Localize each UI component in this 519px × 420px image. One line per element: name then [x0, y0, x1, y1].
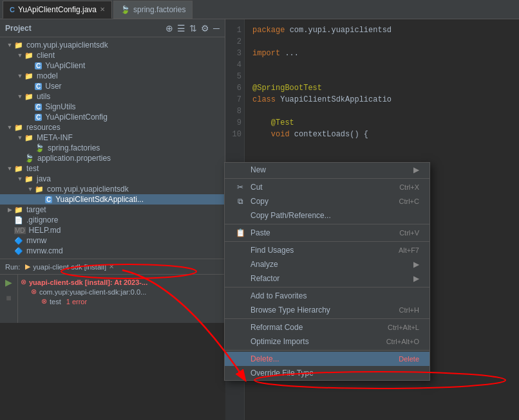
menu-item-new[interactable]: New ▶ [225, 163, 429, 177]
tree-label-app-props: application.properties [37, 154, 111, 163]
menu-sep-5 [225, 318, 429, 319]
tab-java-label: YuApiClientConfig.java [18, 5, 97, 14]
menu-item-refactor[interactable]: Refactor ▶ [225, 271, 429, 286]
tree-item-test[interactable]: ▼ 📁 test [0, 163, 225, 174]
delete-shortcut: Delete [399, 355, 419, 363]
menu-label-cut: Cut [250, 183, 263, 192]
run-item-label-1: yuapi-client-sdk [install]: At 2023-... [29, 278, 147, 286]
tree-item-target[interactable]: ▶ 📁 target [0, 205, 225, 215]
tree-item-java2[interactable]: ▼ 📁 java [0, 174, 225, 184]
project-tree: ▼ 📁 com.yupi.yuapiclientsdk ▼ 📁 client C… [0, 37, 225, 259]
tree-item-user[interactable]: C User [0, 81, 225, 91]
tree-label-user: User [45, 82, 61, 91]
tree-item-yuapiclient[interactable]: C YuApiClient [0, 60, 225, 71]
tree-label-yuapiclientconfig: YuApiClientConfig [45, 113, 108, 122]
copy-icon: ⧉ [235, 197, 245, 206]
run-item-1[interactable]: ⊗ yuapi-client-sdk [install]: At 2023-..… [21, 277, 223, 287]
menu-item-override-filetype[interactable]: Override File Type [225, 366, 429, 380]
analyze-arrow: ▶ [413, 260, 419, 269]
settings-icon[interactable]: ⚙ [201, 23, 209, 33]
run-play-btn[interactable]: ▶ [5, 277, 12, 288]
menu-item-browse-hierarchy[interactable]: Browse Type Hierarchy Ctrl+H [225, 303, 429, 317]
locate-icon[interactable]: ⊕ [165, 23, 173, 33]
tree-item-app-props[interactable]: 🍃 application.properties [0, 153, 225, 163]
tree-label-yuapiclientsdkapp: YuapiClientSdkApplicati... [55, 195, 144, 204]
scroll-icon[interactable]: ☰ [177, 23, 185, 33]
menu-item-copy[interactable]: ⧉ Copy Ctrl+C [225, 194, 429, 208]
project-panel: Project ⊕ ☰ ⇅ ⚙ ─ ▼ 📁 com.yupi.yuapiclie… [0, 19, 225, 259]
tree-label-resources: resources [26, 123, 61, 132]
menu-label-copy: Copy [250, 197, 269, 206]
tree-label-gitignore: .gitignore [26, 215, 58, 224]
cut-shortcut: Ctrl+X [399, 183, 419, 191]
sort-icon[interactable]: ⇅ [189, 23, 197, 33]
minimize-icon[interactable]: ─ [213, 23, 220, 33]
menu-item-reformat[interactable]: Reformat Code Ctrl+Alt+L [225, 320, 429, 334]
folder-icon-meta-inf: 📁 [24, 134, 33, 142]
tree-label-target: target [26, 205, 46, 214]
menu-item-copy-path[interactable]: Copy Path/Reference... [225, 208, 429, 223]
run-tab-name[interactable]: ▶ yuapi-client-sdk [install] ✕ [25, 262, 114, 271]
tree-label-spring-factories: spring.factories [48, 143, 100, 152]
error-icon-3: ⊗ [41, 297, 47, 306]
run-item-2[interactable]: ⊗ com.yupi:yuapi-client-sdk:jar:0.0... [21, 287, 223, 297]
menu-label-delete: Delete... [250, 354, 279, 363]
tree-item-yuapiclientconfig[interactable]: C YuApiClientConfig [0, 112, 225, 122]
panel-header: Project ⊕ ☰ ⇅ ⚙ ─ [0, 19, 225, 37]
arrow-test: ▼ [5, 165, 14, 172]
tree-item-mvnw[interactable]: 🔷 mvnw [0, 235, 225, 246]
code-line-9: @Test [252, 117, 511, 129]
menu-item-paste[interactable]: 📋 Paste Ctrl+V [225, 226, 429, 240]
menu-label-add-favorites: Add to Favorites [250, 291, 307, 300]
arrow-resources: ▼ [5, 124, 14, 131]
mvnwcmd-icon: 🔷 [14, 247, 23, 255]
tree-item-meta-inf[interactable]: ▼ 📁 META-INF [0, 132, 225, 143]
tree-item-model[interactable]: ▼ 📁 model [0, 71, 225, 81]
tab-spring[interactable]: 🍃 spring.factories [113, 1, 193, 19]
run-sidebar: ▶ ■ [0, 275, 18, 323]
code-line-1: package com.yupi.yuapiclientsd [252, 24, 511, 36]
menu-item-find-usages[interactable]: Find Usages Alt+F7 [225, 243, 429, 257]
tree-item-yuapiclientsdkapp[interactable]: C YuapiClientSdkApplicati... [0, 194, 225, 205]
run-tab-name-label: yuapi-client-sdk [install] [33, 263, 106, 271]
menu-label-new: New [250, 165, 266, 174]
menu-item-add-favorites[interactable]: Add to Favorites [225, 289, 429, 303]
props-icon: 🍃 [24, 154, 34, 163]
panel-title: Project [5, 24, 32, 33]
menu-item-optimize-imports[interactable]: Optimize Imports Ctrl+Alt+O [225, 334, 429, 349]
java-icon-signutils: C [35, 104, 42, 111]
menu-sep-3 [225, 241, 429, 242]
tree-item-spring-factories[interactable]: 🍃 spring.factories [0, 143, 225, 153]
tree-item-utils[interactable]: ▼ 📁 utils [0, 91, 225, 102]
tab-java[interactable]: C YuApiClientConfig.java ✕ [3, 1, 112, 19]
tree-item-resources[interactable]: ▼ 📁 resources [0, 122, 225, 132]
refactor-arrow: ▶ [413, 274, 419, 283]
menu-item-analyze[interactable]: Analyze ▶ [225, 257, 429, 271]
arrow-meta-inf: ▼ [15, 134, 24, 141]
folder-icon-resources: 📁 [14, 123, 23, 132]
menu-label-find-usages: Find Usages [250, 246, 294, 255]
folder-icon-target: 📁 [14, 206, 23, 214]
tree-item-com-yupi[interactable]: ▼ 📁 com.yupi.yuapiclientsdk [0, 40, 225, 50]
tree-item-client[interactable]: ▼ 📁 client [0, 50, 225, 60]
run-stop-btn[interactable]: ■ [6, 293, 11, 303]
run-tab-bar: Run: ▶ yuapi-client-sdk [install] ✕ [0, 259, 225, 275]
menu-label-analyze: Analyze [250, 260, 278, 269]
folder-icon-com-yupi2: 📁 [35, 185, 44, 194]
arrow-com-yupi: ▼ [5, 42, 14, 48]
menu-item-cut[interactable]: ✂ Cut Ctrl+X [225, 180, 429, 194]
tree-item-com-yupi2[interactable]: ▼ 📁 com.yupi.yuapiclientsdk [0, 184, 225, 194]
cut-icon: ✂ [235, 183, 245, 192]
tab-java-close[interactable]: ✕ [100, 6, 105, 13]
tab-spring-label: spring.factories [133, 5, 185, 14]
tree-item-gitignore[interactable]: 📄 .gitignore [0, 215, 225, 225]
tree-label-helpmd: HELP.md [29, 226, 61, 235]
tree-item-helpmd[interactable]: MD HELP.md [0, 225, 225, 235]
tree-item-mvnwcmd[interactable]: 🔷 mvnw.cmd [0, 246, 225, 256]
md-icon: MD [14, 227, 26, 234]
tree-item-signutils[interactable]: C SignUtils [0, 102, 225, 112]
menu-item-delete[interactable]: Delete... Delete [225, 352, 429, 366]
run-item-3[interactable]: ⊗ test 1 error [21, 297, 223, 306]
arrow-client: ▼ [15, 52, 24, 59]
run-tab-close[interactable]: ✕ [109, 263, 114, 270]
